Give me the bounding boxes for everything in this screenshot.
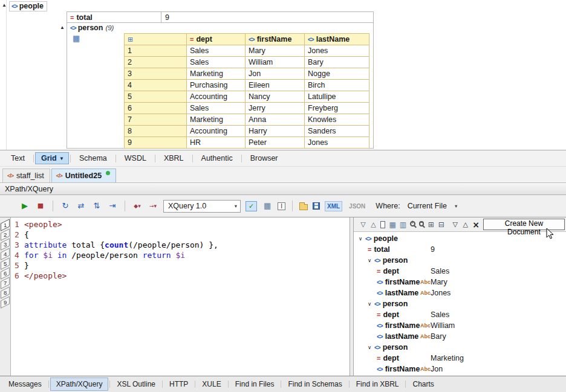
tree-node-element[interactable]: ∨<>person — [354, 298, 566, 309]
row-number-cell[interactable]: 7 — [125, 114, 187, 126]
view-tab-text[interactable]: Text — [4, 152, 32, 164]
data-cell[interactable]: Eileen — [246, 80, 305, 91]
tree-node-element[interactable]: <>lastNameAbcNogge — [354, 374, 566, 376]
expand-caret-icon[interactable]: ∨ — [359, 236, 365, 242]
row-number-cell[interactable]: 4 — [125, 80, 187, 91]
data-cell[interactable]: William — [246, 57, 305, 68]
data-cell[interactable]: Jones — [305, 137, 369, 149]
view-tab-grid[interactable]: Grid▾ — [35, 152, 69, 164]
document-tab-untitled25[interactable]: </>Untitled25 — [51, 169, 116, 182]
code-text[interactable]: attribute total {count(/people/person) }… — [24, 240, 218, 250]
data-cell[interactable]: Latullipe — [305, 91, 369, 103]
total-attribute-value[interactable]: 9 — [161, 12, 373, 22]
data-cell[interactable]: Nogge — [305, 68, 369, 80]
data-cell[interactable]: Peter — [246, 137, 305, 149]
tree-node-element[interactable]: <>lastNameAbcBary — [354, 331, 566, 342]
tree-node-element[interactable]: <>firstNameAbcMary — [354, 277, 566, 288]
data-cell[interactable]: Freyberg — [305, 103, 369, 114]
next-result-icon[interactable]: △ — [462, 220, 469, 230]
expand-all-icon[interactable]: ⊞ — [428, 220, 434, 230]
filter-results-icon[interactable]: ▽ — [360, 220, 366, 230]
output-tab-charts[interactable]: Charts — [407, 378, 439, 391]
stop-icon[interactable]: ■ — [35, 201, 46, 211]
data-cell[interactable]: Harry — [246, 126, 305, 137]
run-to-cursor-icon[interactable]: ⇥ — [107, 201, 118, 211]
tree-node-element[interactable]: <>lastNameAbcJones — [354, 288, 566, 298]
total-attribute-row[interactable]: = total 9 — [67, 12, 373, 23]
result-window-icon[interactable]: ▦ — [262, 201, 273, 211]
show-result-window-toggle[interactable]: ✓ — [246, 201, 257, 211]
view-tab-browser[interactable]: Browser — [243, 152, 285, 164]
tree-node-attribute[interactable]: =deptMarketing — [354, 353, 566, 364]
open-file-icon[interactable] — [299, 204, 308, 210]
tree-node-element[interactable]: <>firstNameAbcJon — [354, 364, 566, 374]
expand-caret-icon[interactable]: ∨ — [368, 344, 374, 350]
output-tab-find-in-schemas[interactable]: Find in Schemas — [282, 378, 347, 391]
person-element-cell[interactable]: <> person (9) — [70, 24, 114, 32]
output-tab-find-in-xbrl[interactable]: Find in XBRL — [351, 378, 405, 391]
data-cell[interactable]: Sales — [187, 45, 246, 57]
unfilter-results-icon[interactable]: △ — [370, 220, 377, 230]
row-number-cell[interactable]: 5 — [125, 91, 187, 103]
results-tree[interactable]: ∨<>people=total9∨<>person=deptSales<>fir… — [354, 232, 566, 376]
previous-result-icon[interactable]: ▽ — [452, 220, 458, 230]
collapse-all-icon[interactable]: ⊟ — [438, 220, 444, 230]
data-cell[interactable]: Knowles — [305, 114, 369, 126]
code-text[interactable]: { — [24, 230, 29, 240]
zoom-out-icon[interactable] — [419, 221, 424, 227]
new-window-icon[interactable] — [380, 221, 385, 228]
expand-caret-icon[interactable]: ∨ — [368, 257, 374, 263]
language-select[interactable]: XQuery 1.0▾ — [163, 200, 241, 213]
row-number-cell[interactable]: 6 — [125, 103, 187, 114]
output-tab-messages[interactable]: Messages — [3, 378, 47, 391]
column-header-lastName[interactable]: <>lastName — [305, 34, 369, 45]
data-cell[interactable]: Jerry — [246, 103, 305, 114]
tree-node-element[interactable]: ∨<>person — [354, 342, 566, 353]
row-number-cell[interactable]: 1 — [125, 45, 187, 57]
tree-node-element[interactable]: ∨<>people — [354, 233, 566, 244]
xml-mode-toggle[interactable]: XML — [325, 201, 342, 211]
step-out-icon[interactable]: ⇅ — [91, 201, 102, 211]
view-tab-wsdl[interactable]: WSDL — [117, 152, 154, 164]
run-icon[interactable]: ▶ — [19, 201, 30, 211]
data-cell[interactable]: Nancy — [246, 91, 305, 103]
data-cell[interactable]: Sanders — [305, 126, 369, 137]
code-text[interactable]: <people> — [24, 219, 62, 230]
tree-node-attribute[interactable]: =deptSales — [354, 309, 566, 320]
pane-splitter[interactable] — [350, 217, 354, 376]
data-cell[interactable]: Birch — [305, 80, 369, 91]
xquery-editor[interactable]: 1<people>2{3attribute total {count(/peop… — [11, 217, 350, 376]
table-corner-cell[interactable]: ⊞ — [125, 34, 187, 45]
data-cell[interactable]: Sales — [187, 57, 246, 68]
data-cell[interactable]: Jones — [305, 45, 369, 57]
tree-node-attribute[interactable]: =deptSales — [354, 266, 566, 277]
tree-node-attribute[interactable]: =total9 — [354, 244, 566, 255]
data-cell[interactable]: Accounting — [187, 126, 246, 137]
column-header-firstName[interactable]: <>firstName — [246, 34, 305, 45]
view-tab-schema[interactable]: Schema — [72, 152, 114, 164]
zoom-in-icon[interactable] — [410, 221, 415, 227]
output-tab-xule[interactable]: XULE — [197, 378, 226, 391]
row-number-cell[interactable]: 8 — [125, 126, 187, 137]
data-cell[interactable]: HR — [187, 137, 246, 149]
table-mode-icon[interactable]: ▦ — [73, 34, 80, 43]
document-tab-staff_list[interactable]: </>staff_list — [2, 169, 50, 182]
collapse-triangle-people-icon[interactable]: ▲ — [2, 3, 7, 8]
step-into-icon[interactable]: ↻ — [60, 201, 71, 211]
text-view-icon[interactable]: I — [278, 202, 285, 210]
data-cell[interactable]: Marketing — [187, 68, 246, 80]
clear-results-icon[interactable]: × — [472, 220, 480, 230]
output-tab-xsl-outline[interactable]: XSL Outline — [111, 378, 161, 391]
code-text[interactable]: </people> — [24, 271, 67, 281]
create-new-document-button[interactable]: Create New Document — [483, 219, 565, 230]
collapse-triangle-person-icon[interactable]: ▲ — [60, 25, 65, 30]
previous-expression-icon[interactable]: ◆▾ — [132, 201, 143, 211]
table-view-icon[interactable]: ▥ — [400, 220, 406, 230]
json-mode-toggle[interactable]: JSON — [347, 202, 367, 211]
data-cell[interactable]: Purchasing — [187, 80, 246, 91]
column-header-dept[interactable]: =dept — [187, 34, 246, 45]
code-text[interactable]: } — [24, 260, 29, 271]
total-attribute-cell[interactable]: = total — [67, 12, 161, 22]
output-tab-xpath-xquery[interactable]: XPath/XQuery — [50, 378, 109, 391]
view-tab-xbrl[interactable]: XBRL — [157, 152, 191, 164]
